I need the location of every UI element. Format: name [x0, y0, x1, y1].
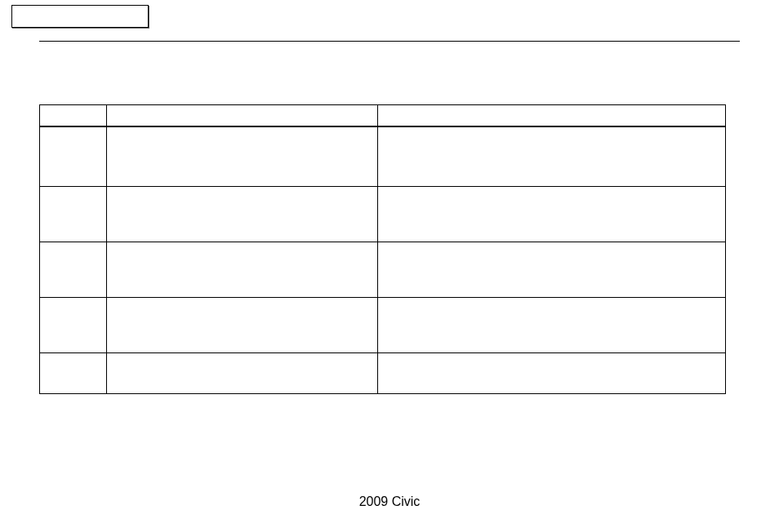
table-cell: [107, 126, 378, 187]
table-cell: [40, 126, 107, 187]
table-cell: [378, 242, 726, 298]
table-cell: [378, 353, 726, 394]
table-header-row: [40, 105, 726, 126]
table-cell: [378, 187, 726, 242]
table-cell: [107, 298, 378, 353]
table-header-cell: [40, 105, 107, 126]
table-row: [40, 298, 726, 353]
horizontal-rule: [39, 41, 740, 42]
table-cell: [107, 353, 378, 394]
table-cell: [40, 242, 107, 298]
table-header-cell: [107, 105, 378, 126]
table-cell: [107, 242, 378, 298]
table-header-cell: [378, 105, 726, 126]
table-cell: [40, 298, 107, 353]
table-cell: [40, 353, 107, 394]
footer-text: 2009 Civic: [0, 494, 779, 509]
table-cell: [107, 187, 378, 242]
table-cell: [378, 298, 726, 353]
top-box: [11, 5, 149, 28]
table-row: [40, 187, 726, 242]
table-row: [40, 242, 726, 298]
table-cell: [378, 126, 726, 187]
data-table: [39, 104, 726, 394]
table-cell: [40, 187, 107, 242]
table-row: [40, 126, 726, 187]
table-row: [40, 353, 726, 394]
